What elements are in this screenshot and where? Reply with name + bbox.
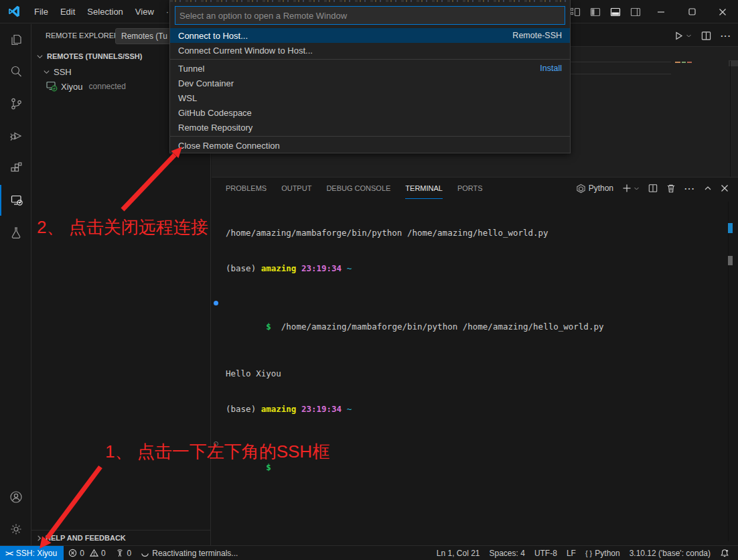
toggle-panel-icon[interactable]: [605, 3, 625, 21]
command-decoration-success[interactable]: [214, 301, 218, 305]
minimap-code-mark: [682, 62, 686, 63]
toggle-sidebar-icon[interactable]: [585, 3, 605, 21]
quickpick-top-strip: [170, 0, 570, 2]
chevron-right-icon: [35, 535, 43, 542]
quickpick-separator: [170, 136, 570, 137]
split-terminal-icon[interactable]: [648, 184, 658, 193]
quickpick-input[interactable]: [175, 11, 565, 21]
quickpick-item-wsl[interactable]: WSL: [170, 90, 570, 105]
chevron-down-icon: [36, 53, 44, 60]
vm-connected-icon: [46, 81, 58, 92]
bell-icon: [720, 549, 729, 558]
tab-output[interactable]: OUTPUT: [281, 178, 311, 199]
testing-icon[interactable]: [0, 217, 31, 248]
encoding[interactable]: UTF-8: [530, 546, 562, 560]
executed-command-line: $ /home/amazing/mambaforge/bin/python /h…: [220, 297, 603, 344]
braces-icon: { }: [585, 549, 592, 557]
remote-quickpick: Connect to Host... Remote-SSH Connect Cu…: [169, 0, 571, 153]
install-link[interactable]: Install: [540, 64, 562, 73]
split-editor-icon[interactable]: [701, 31, 711, 41]
ports-status[interactable]: 0: [110, 546, 137, 560]
eol-sequence[interactable]: LF: [562, 546, 581, 560]
menu-selection[interactable]: Selection: [81, 4, 129, 19]
source-control-icon[interactable]: [0, 88, 31, 119]
quickpick-item-tunnel[interactable]: Tunnel Install: [170, 61, 570, 76]
quickpick-separator: [170, 59, 570, 60]
remote-icon: ><: [5, 549, 13, 557]
task-status[interactable]: Reactivating terminals...: [136, 546, 242, 560]
tab-ports[interactable]: PORTS: [457, 178, 483, 199]
activity-bar: [0, 24, 31, 545]
menu-edit[interactable]: Edit: [54, 4, 81, 19]
radio-tower-icon: [115, 549, 125, 557]
notifications-bell[interactable]: [715, 546, 734, 560]
close-panel-icon[interactable]: [721, 184, 729, 192]
warning-icon: [90, 549, 98, 557]
indentation[interactable]: Spaces: 4: [485, 546, 530, 560]
current-prompt-line: $: [220, 438, 603, 485]
quickpick-item-remote-repository[interactable]: Remote Repository: [170, 120, 570, 135]
command-decoration-placeholder[interactable]: [214, 441, 218, 446]
minimize-button[interactable]: [646, 0, 676, 23]
extensions-icon[interactable]: [0, 153, 31, 184]
account-icon[interactable]: [0, 482, 31, 512]
python-interpreter[interactable]: 3.10.12 ('base': conda): [625, 546, 715, 560]
close-window-button[interactable]: [707, 0, 738, 23]
tab-debug-console[interactable]: DEBUG CONSOLE: [326, 178, 390, 199]
toggle-secondary-sidebar-icon[interactable]: [625, 3, 646, 21]
settings-gear-icon[interactable]: [0, 514, 31, 545]
scrollbar-prompt-mark[interactable]: [728, 256, 733, 265]
maximize-panel-icon[interactable]: [704, 184, 712, 192]
quickpick-item-close-remote-connection[interactable]: Close Remote Connection: [170, 138, 570, 153]
bottom-panel: PROBLEMS OUTPUT DEBUG CONSOLE TERMINAL P…: [212, 177, 738, 545]
panel-more-icon[interactable]: ···: [684, 184, 695, 194]
minimap-code-mark: [675, 62, 680, 63]
search-icon[interactable]: [0, 56, 31, 87]
maximize-button[interactable]: [676, 0, 707, 23]
terminal-output[interactable]: /home/amazing/mambaforge/bin/python /hom…: [220, 204, 603, 508]
quickpick-item-dev-container[interactable]: Dev Container: [170, 76, 570, 90]
menu-view[interactable]: View: [129, 4, 160, 19]
chevron-down-icon: [634, 186, 640, 192]
tab-terminal[interactable]: TERMINAL: [405, 178, 443, 199]
vscode-window: File Edit Selection View ···: [0, 0, 738, 560]
help-and-feedback-section[interactable]: HELP AND FEEDBACK: [31, 530, 210, 545]
quickpick-item-connect-current-window[interactable]: Connect Current Window to Host...: [170, 43, 570, 58]
minimap-border: [730, 61, 731, 177]
quickpick-item-connect-to-host[interactable]: Connect to Host... Remote-SSH: [170, 28, 570, 43]
new-terminal-button[interactable]: [622, 184, 640, 193]
minimap-code-mark: [687, 62, 692, 63]
vscode-logo-icon: [7, 5, 21, 18]
more-actions-icon[interactable]: ···: [721, 31, 731, 41]
chevron-down-icon: [686, 33, 692, 39]
kill-terminal-icon[interactable]: [666, 184, 676, 193]
run-debug-icon[interactable]: [0, 121, 31, 151]
cursor-position[interactable]: Ln 1, Col 21: [432, 546, 485, 560]
explorer-icon[interactable]: [0, 24, 31, 55]
loading-spinner-icon: [141, 549, 149, 557]
run-button[interactable]: [674, 31, 692, 41]
problems-status[interactable]: 0 0: [64, 546, 110, 560]
terminal-overview-ruler: [728, 202, 729, 541]
quickpick-item-github-codespace[interactable]: GitHub Codespace: [170, 105, 570, 120]
sidebar-title: REMOTE EXPLORER: [46, 31, 119, 40]
quickpick-item-detail: Remote-SSH: [512, 31, 562, 40]
python-terminal-icon: [576, 184, 586, 194]
quickpick-input-box: [175, 6, 565, 25]
scrollbar-command-mark[interactable]: [728, 223, 733, 233]
status-bar: >< SSH: Xiyou 0 0 0 Reactivating termina…: [0, 545, 738, 560]
menu-file[interactable]: File: [28, 4, 54, 19]
terminal-profile[interactable]: Python: [576, 184, 613, 194]
remote-explorer-icon[interactable]: [0, 185, 31, 216]
error-icon: [68, 549, 77, 557]
language-mode[interactable]: { } Python: [581, 546, 625, 560]
remote-status-button[interactable]: >< SSH: Xiyou: [0, 546, 64, 560]
tab-problems[interactable]: PROBLEMS: [226, 178, 267, 199]
chevron-down-icon: [43, 68, 50, 76]
host-status: connected: [89, 82, 126, 91]
